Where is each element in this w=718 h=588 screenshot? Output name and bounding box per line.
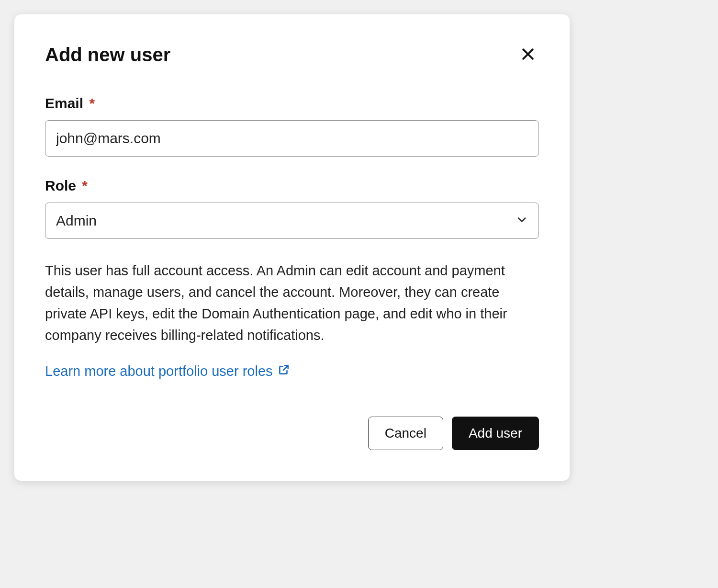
add-user-modal: Add new user Email * Role * Admin This u… [14, 14, 570, 481]
required-indicator: * [89, 95, 95, 111]
add-user-button[interactable]: Add user [452, 417, 539, 450]
role-label-text: Role [45, 178, 76, 193]
learn-more-text: Learn more about portfolio user roles [45, 363, 273, 379]
modal-header: Add new user [45, 43, 539, 67]
role-select-wrapper: Admin [45, 203, 539, 239]
close-icon [520, 46, 536, 64]
role-label: Role * [45, 178, 539, 194]
email-label: Email * [45, 95, 539, 112]
modal-footer: Cancel Add user [45, 417, 539, 450]
role-field-group: Role * Admin [45, 178, 539, 239]
learn-more-link[interactable]: Learn more about portfolio user roles [45, 363, 290, 379]
required-indicator: * [82, 178, 88, 193]
email-field-group: Email * [45, 95, 539, 157]
close-button[interactable] [517, 43, 539, 67]
role-description: This user has full account access. An Ad… [45, 260, 539, 346]
role-selected-value: Admin [56, 213, 97, 229]
external-link-icon [278, 363, 290, 379]
modal-title: Add new user [45, 44, 170, 66]
email-input[interactable] [45, 120, 539, 157]
email-label-text: Email [45, 95, 83, 111]
cancel-button[interactable]: Cancel [368, 417, 443, 450]
role-select[interactable]: Admin [45, 203, 539, 239]
